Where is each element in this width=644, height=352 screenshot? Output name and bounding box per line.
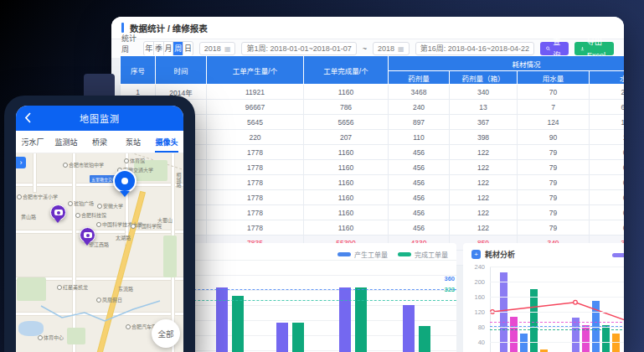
- gridline: [490, 282, 624, 282]
- table-cell: 79: [518, 145, 590, 160]
- tab-污水厂[interactable]: 污水厂: [16, 131, 49, 153]
- col-header-1: 时间: [156, 56, 207, 85]
- week-to-input[interactable]: 第16周: 2018-04-16~2018-04-22: [415, 42, 534, 55]
- table-cell: 67: [590, 205, 625, 220]
- camera-icon: [54, 210, 63, 215]
- camera-pin[interactable]: [50, 204, 66, 220]
- table-cell: 456: [389, 220, 450, 236]
- query-button[interactable]: 查询: [540, 42, 569, 55]
- table-cell: 11921: [207, 85, 304, 100]
- table-cell: 124: [518, 115, 590, 130]
- map-view[interactable]: › 五里墩立交桥 全部 合肥市琥珀中学体育馆安徽交通大学桐城路合肥市宁溪小学黄山…: [16, 153, 183, 352]
- range-separator: ~: [363, 44, 367, 53]
- table-cell: 79: [518, 190, 590, 205]
- consumable-chart-header: + 耗材分析: [471, 249, 515, 260]
- table-cell: 79: [518, 175, 590, 190]
- poi-marker-icon: [97, 204, 102, 209]
- poi-marker-icon: [75, 213, 80, 218]
- gridline: [490, 297, 624, 298]
- map-label: 太湖路: [116, 236, 131, 241]
- table-cell: 456: [389, 205, 450, 220]
- period-option-年[interactable]: 年: [144, 42, 154, 55]
- download-icon: [580, 45, 585, 52]
- legend-item: 产生工单量: [337, 250, 388, 259]
- table-cell: 1160: [304, 160, 389, 175]
- period-option-月[interactable]: 月: [164, 42, 174, 55]
- poi-marker-icon: [96, 298, 101, 303]
- year-from-select[interactable]: 2018▦: [199, 42, 236, 55]
- table-cell: 122: [450, 190, 518, 205]
- group-header-consumables: 耗材情况: [389, 56, 625, 71]
- col-header-2: 工单产生量/个: [207, 56, 304, 85]
- ytick-label: 240: [463, 263, 485, 271]
- calendar-icon: ▦: [398, 45, 404, 53]
- table-cell: 67: [590, 190, 625, 205]
- map-label: 体育中心: [38, 335, 64, 340]
- table-cell: 70: [518, 85, 590, 100]
- table-cell: 122: [450, 220, 518, 236]
- trend-point: [574, 300, 578, 304]
- poi-marker-icon: [126, 324, 131, 329]
- table-cell: 367: [450, 115, 518, 130]
- ytick-label: 80: [463, 324, 485, 331]
- selected-camera-pin[interactable]: [113, 169, 137, 193]
- breadcrumb-marker: [121, 23, 124, 33]
- table-cell: 340: [450, 85, 518, 100]
- sub-header-2: 用水量: [518, 71, 590, 85]
- table-cell: 1160: [304, 205, 389, 220]
- search-icon: [546, 45, 550, 52]
- table-row: 92018年177811604561227967: [121, 205, 625, 220]
- table-cell: 67: [590, 220, 625, 236]
- back-icon[interactable]: [24, 112, 31, 123]
- map-label: 桐城路: [176, 173, 181, 188]
- table-cell: 1778: [207, 190, 304, 205]
- map-expand-button[interactable]: ›: [16, 157, 26, 168]
- table-row: 52018年177811604561227967: [121, 145, 625, 160]
- table-cell: 7: [518, 100, 590, 115]
- week-from-input[interactable]: 第1周: 2018-01-01~2018-01-07: [241, 42, 356, 55]
- tab-桥梁[interactable]: 桥梁: [83, 131, 116, 153]
- map-label: 合肥市宁溪小学: [17, 194, 58, 199]
- breadcrumb: 数据统计 / 维修报表: [130, 22, 208, 34]
- map-park: [67, 328, 85, 344]
- table-cell: 79: [518, 160, 590, 175]
- table-cell: 5656: [304, 115, 389, 130]
- show-all-button[interactable]: 全部: [152, 319, 180, 348]
- table-cell: 3468: [389, 85, 450, 100]
- table-cell: 897: [389, 115, 450, 130]
- consumable-chart-title: 耗材分析: [485, 249, 515, 260]
- phone-tab-bar: 污水厂监测站桥梁泵站摄像头: [16, 131, 183, 153]
- reference-label: 360: [444, 275, 455, 282]
- phone-mockup: 地图监测 污水厂监测站桥梁泵站摄像头: [4, 96, 195, 352]
- ytick-label: 120: [463, 308, 485, 316]
- map-label: 琥珀广场: [68, 201, 94, 206]
- gridline: [490, 342, 624, 343]
- poi-marker-icon: [131, 224, 136, 229]
- period-option-周[interactable]: 周: [173, 42, 183, 55]
- ytick-label: 160: [463, 293, 485, 301]
- table-cell: 456: [389, 145, 450, 160]
- table-cell: 129: [590, 115, 625, 130]
- report-table-wrap: 序号时间工单产生量/个工单完成量/个耗材情况药剂量药剂量（箱）用水量水量1201…: [120, 55, 624, 266]
- bar-产生工单量: [276, 323, 288, 352]
- breadcrumb-bar: 数据统计 / 维修报表: [111, 17, 624, 39]
- tab-摄像头[interactable]: 摄像头: [150, 131, 183, 153]
- col-header-0: 序号: [121, 56, 156, 85]
- table-cell: 1160: [304, 220, 389, 236]
- year-to-select[interactable]: 2018▦: [373, 42, 410, 55]
- table-cell: 207: [304, 130, 389, 145]
- table-cell: 122: [450, 205, 518, 220]
- export-excel-button[interactable]: 导出Excel: [574, 42, 614, 55]
- reference-label: 323: [444, 286, 455, 293]
- map-label: 大蜀山: [157, 218, 173, 223]
- camera-pin[interactable]: [80, 227, 95, 243]
- period-option-季[interactable]: 季: [154, 42, 164, 55]
- tab-监测站[interactable]: 监测站: [49, 131, 83, 153]
- bar-完成工单量: [419, 326, 430, 352]
- tab-泵站[interactable]: 泵站: [116, 131, 150, 153]
- map-label: 体育馆: [124, 158, 145, 163]
- map-road: [16, 313, 183, 315]
- period-option-日[interactable]: 日: [183, 42, 193, 55]
- map-road: [73, 153, 75, 352]
- poi-marker-icon: [68, 201, 73, 206]
